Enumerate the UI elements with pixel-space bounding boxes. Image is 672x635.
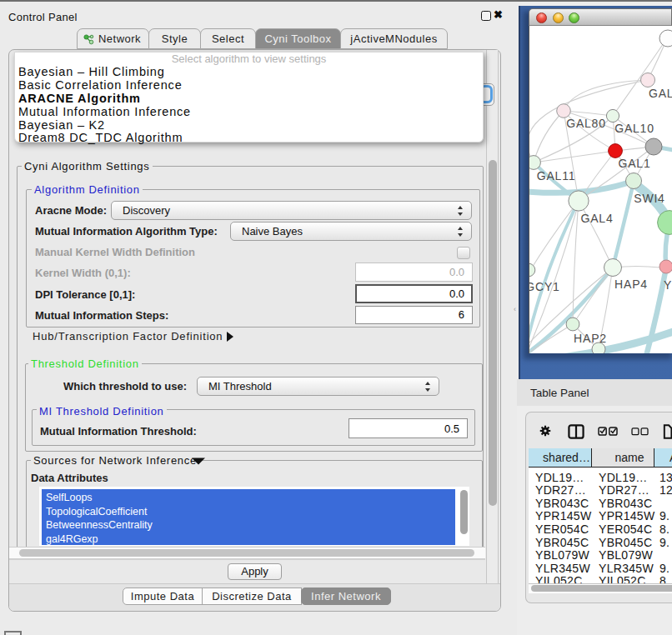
svg-text:SWI4: SWI4 [634, 192, 664, 205]
svg-text:HAP4: HAP4 [614, 278, 648, 291]
svg-text:GAL80: GAL80 [566, 117, 606, 130]
svg-text:HAP2: HAP2 [574, 332, 607, 345]
svg-text:GAL4: GAL4 [581, 212, 614, 225]
svg-text:Y: Y [664, 278, 672, 292]
svg-text:GAL2: GAL2 [649, 87, 672, 100]
svg-text:GAL10: GAL10 [614, 122, 654, 135]
svg-text:GAL11: GAL11 [537, 169, 576, 182]
svg-text:GAL1: GAL1 [619, 157, 651, 170]
svg-text:GCY1: GCY1 [529, 280, 560, 293]
